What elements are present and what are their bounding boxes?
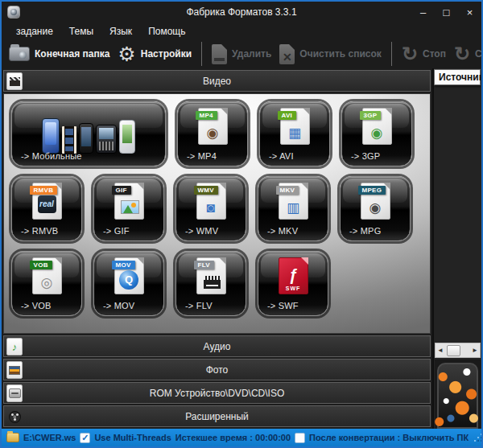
stop-label: Стоп bbox=[423, 48, 446, 60]
settings-label: Настройки bbox=[141, 48, 192, 60]
film-reel-glyph: ◉ bbox=[363, 126, 391, 141]
format-button-flv[interactable]: FLV -> FLV bbox=[175, 251, 246, 316]
menu-language[interactable]: Язык bbox=[101, 23, 140, 39]
format-label: -> RMVB bbox=[21, 226, 58, 236]
stop-cycle-icon: ↻ bbox=[402, 44, 418, 64]
format-button-3gp[interactable]: 3GP ◉ -> 3GP bbox=[341, 101, 412, 166]
file-badge: MOV bbox=[112, 261, 135, 269]
file-badge: SWF bbox=[279, 286, 308, 291]
status-bar: E:\CWER.ws ✓ Use Multi-Threads Истекшее … bbox=[2, 429, 481, 446]
file-badge: MPEG bbox=[358, 186, 386, 195]
shutdown-checkbox[interactable] bbox=[295, 433, 305, 443]
stop-button[interactable]: ↻ Стоп bbox=[398, 41, 450, 67]
advanced-section-header[interactable]: Расширенный bbox=[3, 405, 431, 427]
task-side-panel: Источник ◄ ► bbox=[432, 68, 481, 429]
start-button[interactable]: ↻ Старт bbox=[450, 41, 481, 67]
format-label: -> WMV bbox=[185, 226, 218, 236]
photo-icon bbox=[9, 366, 20, 375]
video-section-header[interactable]: Видео bbox=[3, 70, 431, 92]
filmstrip-icon bbox=[62, 126, 76, 154]
music-note-icon: ♪ bbox=[12, 342, 18, 352]
format-button-swf[interactable]: ƒ SWF -> SWF bbox=[258, 251, 328, 316]
audio-section-label: Аудио bbox=[204, 341, 231, 352]
scroll-left-icon[interactable]: ◄ bbox=[437, 347, 444, 354]
gif-file-icon: GIF bbox=[114, 183, 144, 220]
file-badge: GIF bbox=[112, 186, 131, 195]
camcorder-glyph: ◙ bbox=[197, 201, 225, 216]
format-button-gif[interactable]: GIF -> GIF bbox=[93, 176, 164, 241]
delete-label: Удалить bbox=[232, 48, 271, 60]
format-panel: Видео -> Мобильные bbox=[2, 68, 432, 429]
format-button-mkv[interactable]: MKV ▥ -> MKV bbox=[258, 176, 328, 241]
video-section-label: Видео bbox=[203, 76, 231, 87]
format-label: -> GIF bbox=[103, 226, 130, 236]
phone-icon bbox=[119, 120, 135, 154]
audio-section-header[interactable]: ♪ Аудио bbox=[3, 335, 431, 357]
toolbar-separator bbox=[201, 42, 202, 66]
video-doc-icon bbox=[6, 72, 23, 90]
output-folder-icon[interactable] bbox=[6, 433, 19, 442]
phone-icon bbox=[79, 123, 93, 154]
settings-button[interactable]: ⚙ Настройки bbox=[114, 41, 196, 67]
delete-button[interactable]: Удалить bbox=[208, 41, 275, 67]
format-button-mp4[interactable]: MP4 ◉ -> MP4 bbox=[177, 101, 248, 166]
mp4-file-icon: MP4 ◉ bbox=[198, 108, 228, 145]
clapperboard-icon bbox=[10, 77, 20, 86]
title-bar: Фабрика Форматов 3.3.1 – □ × bbox=[2, 2, 481, 23]
film-reel-glyph: ◉ bbox=[361, 201, 390, 216]
photo-section-header[interactable]: Фото bbox=[3, 359, 431, 380]
menu-task[interactable]: задание bbox=[8, 23, 61, 39]
format-label: -> MP4 bbox=[187, 151, 217, 161]
audio-doc-icon: ♪ bbox=[6, 338, 23, 356]
menu-help[interactable]: Помощь bbox=[140, 23, 193, 39]
format-button-mpg[interactable]: MPEG ◉ -> MPG bbox=[340, 176, 411, 241]
film-reel-icon bbox=[9, 411, 21, 423]
format-button-mobile[interactable]: -> Мобильные bbox=[11, 101, 166, 166]
format-label: -> VOB bbox=[21, 301, 52, 310]
file-badge: WMV bbox=[194, 186, 218, 195]
rom-doc-icon bbox=[6, 384, 23, 402]
main-area: Видео -> Мобильные bbox=[2, 68, 481, 429]
elapsed-time: Истекшее время : 00:00:00 bbox=[175, 433, 291, 442]
grid-row: RMVB real -> RMVB GIF -> GIF bbox=[11, 176, 423, 241]
file-badge: MKV bbox=[276, 186, 299, 195]
mobile-phones-icon bbox=[12, 109, 165, 154]
format-button-mov[interactable]: MOV Q -> MOV bbox=[93, 251, 164, 316]
grid-row: VOB ◎ -> VOB MOV Q -> MOV bbox=[11, 251, 423, 316]
file-badge: AVI bbox=[278, 111, 297, 120]
photo-doc-icon bbox=[6, 361, 23, 379]
format-label: -> MKV bbox=[267, 226, 298, 236]
format-button-vob[interactable]: VOB ◎ -> VOB bbox=[11, 251, 82, 316]
format-button-rmvb[interactable]: RMVB real -> RMVB bbox=[11, 176, 82, 241]
output-path[interactable]: E:\CWER.ws bbox=[23, 433, 76, 442]
final-folder-button[interactable]: Конечная папка bbox=[5, 41, 114, 67]
app-window: Фабрика Форматов 3.3.1 – □ × задание Тем… bbox=[0, 0, 483, 448]
advanced-icon-wrap bbox=[6, 408, 23, 425]
3gp-file-icon: 3GP ◉ bbox=[362, 108, 392, 145]
clear-list-button[interactable]: Очистить список bbox=[275, 41, 386, 67]
resize-grip[interactable] bbox=[474, 434, 481, 442]
photo-section-label: Фото bbox=[206, 364, 229, 376]
format-label: -> MPG bbox=[349, 226, 381, 236]
wmv-file-icon: WMV ◙ bbox=[196, 183, 226, 220]
picture-glyph bbox=[121, 200, 139, 214]
multithreads-checkbox[interactable]: ✓ bbox=[80, 433, 90, 443]
horizontal-scrollbar[interactable]: ◄ ► bbox=[435, 343, 481, 358]
quicktime-glyph: Q bbox=[119, 270, 138, 290]
scroll-right-icon[interactable]: ► bbox=[472, 347, 478, 354]
mkv-file-icon: MKV ▥ bbox=[279, 183, 308, 220]
swf-flash-icon: ƒ SWF bbox=[279, 257, 308, 294]
graffiti-art bbox=[435, 360, 481, 429]
multithreads-label: Use Multi-Threads bbox=[94, 433, 171, 442]
scrollbar-thumb[interactable] bbox=[447, 345, 460, 356]
file-badge: VOB bbox=[30, 261, 52, 269]
format-button-wmv[interactable]: WMV ◙ -> WMV bbox=[175, 176, 246, 241]
start-label: Старт bbox=[475, 48, 481, 60]
rom-section-header[interactable]: ROM Устройство\DVD\CD\ISO bbox=[3, 382, 431, 404]
format-label: -> SWF bbox=[267, 301, 299, 310]
realplayer-glyph: real bbox=[38, 195, 56, 213]
menu-themes[interactable]: Темы bbox=[61, 23, 101, 39]
flv-file-icon: FLV bbox=[196, 257, 226, 294]
format-button-avi[interactable]: AVI ▦ -> AVI bbox=[259, 101, 330, 166]
phone-icon bbox=[42, 118, 60, 154]
